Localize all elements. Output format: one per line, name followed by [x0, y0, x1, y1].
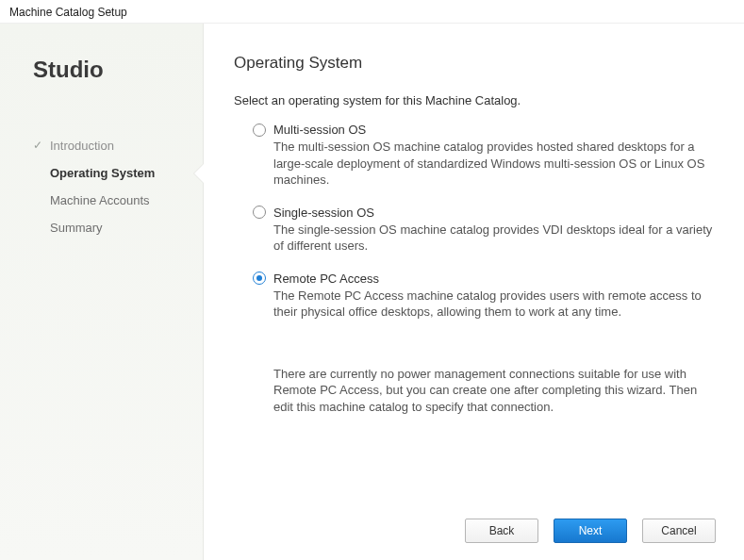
step-machine-accounts[interactable]: Machine Accounts — [33, 189, 203, 211]
radio-remote-pc-access[interactable] — [253, 272, 266, 285]
main-panel: Operating System Select an operating sys… — [203, 24, 744, 560]
step-label: Introduction — [50, 139, 114, 153]
option-label[interactable]: Remote PC Access — [273, 272, 379, 286]
os-options: Multi-session OS The multi-session OS ma… — [253, 123, 716, 338]
back-button[interactable]: Back — [465, 519, 538, 543]
option-label[interactable]: Single-session OS — [273, 206, 374, 220]
wizard-steps: Introduction Operating System Machine Ac… — [33, 135, 203, 239]
option-label[interactable]: Multi-session OS — [273, 123, 366, 137]
option-single-session-os: Single-session OS The single-session OS … — [253, 206, 716, 255]
page-heading: Operating System — [234, 54, 716, 73]
next-button[interactable]: Next — [554, 519, 627, 543]
option-description: The single-session OS machine catalog pr… — [273, 222, 716, 255]
option-multi-session-os: Multi-session OS The multi-session OS ma… — [253, 123, 716, 189]
radio-single-session-os[interactable] — [253, 206, 266, 219]
step-operating-system[interactable]: Operating System — [33, 162, 203, 184]
option-description: The Remote PC Access machine catalog pro… — [273, 288, 716, 321]
radio-multi-session-os[interactable] — [253, 124, 266, 137]
step-label: Summary — [50, 221, 103, 235]
window-title: Machine Catalog Setup — [0, 0, 744, 23]
cancel-button[interactable]: Cancel — [642, 519, 716, 543]
power-management-note: There are currently no power management … — [273, 366, 716, 416]
page-intro: Select an operating system for this Mach… — [234, 93, 716, 107]
step-introduction[interactable]: Introduction — [33, 135, 203, 156]
step-summary[interactable]: Summary — [33, 217, 203, 239]
step-label: Operating System — [50, 166, 155, 180]
wizard-buttons: Back Next Cancel — [234, 503, 716, 543]
wizard-body: Studio Introduction Operating System Mac… — [0, 23, 744, 560]
brand-title: Studio — [33, 57, 203, 83]
option-description: The multi-session OS machine catalog pro… — [273, 139, 716, 189]
step-label: Machine Accounts — [50, 193, 150, 207]
sidebar: Studio Introduction Operating System Mac… — [0, 24, 203, 560]
option-remote-pc-access: Remote PC Access The Remote PC Access ma… — [253, 272, 716, 321]
